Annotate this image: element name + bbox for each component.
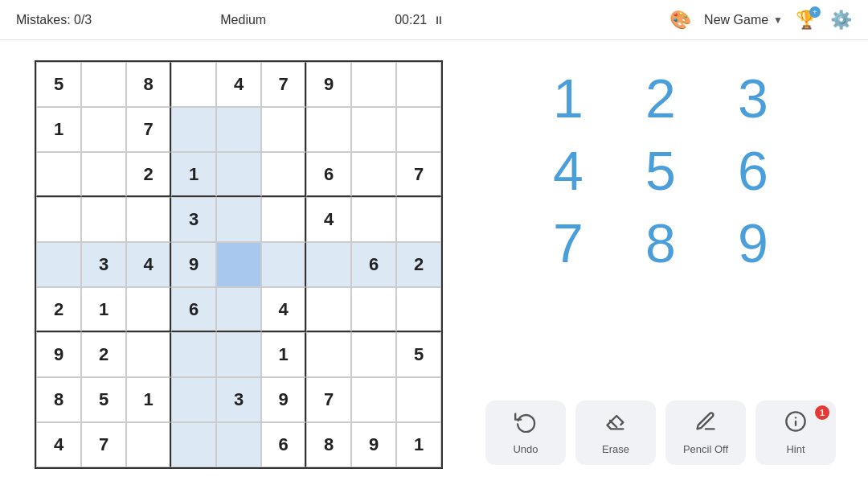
sudoku-cell[interactable] bbox=[351, 287, 396, 332]
sudoku-cell[interactable]: 7 bbox=[126, 107, 171, 152]
number-button-9[interactable]: 9 bbox=[709, 209, 797, 277]
hint-button[interactable]: 1 Hint bbox=[755, 401, 836, 465]
sudoku-cell[interactable] bbox=[81, 107, 126, 152]
sudoku-cell[interactable]: 5 bbox=[396, 332, 441, 377]
sudoku-cell[interactable]: 3 bbox=[171, 197, 216, 242]
sudoku-cell[interactable] bbox=[36, 152, 81, 197]
sudoku-cell[interactable] bbox=[171, 332, 216, 377]
sudoku-cell[interactable]: 1 bbox=[396, 422, 441, 467]
sudoku-cell[interactable] bbox=[351, 197, 396, 242]
sudoku-cell[interactable] bbox=[306, 107, 351, 152]
sudoku-cell[interactable] bbox=[351, 62, 396, 107]
settings-icon[interactable]: ⚙️ bbox=[830, 10, 852, 31]
sudoku-cell[interactable] bbox=[81, 152, 126, 197]
sudoku-cell[interactable] bbox=[126, 287, 171, 332]
sudoku-cell[interactable]: 9 bbox=[36, 332, 81, 377]
sudoku-cell[interactable] bbox=[306, 242, 351, 287]
sudoku-cell[interactable] bbox=[126, 422, 171, 467]
sudoku-cell[interactable]: 7 bbox=[306, 377, 351, 422]
sudoku-cell[interactable] bbox=[36, 242, 81, 287]
sudoku-cell[interactable]: 6 bbox=[171, 287, 216, 332]
sudoku-cell[interactable] bbox=[396, 62, 441, 107]
pause-icon[interactable]: ⏸ bbox=[433, 14, 444, 27]
sudoku-cell[interactable] bbox=[261, 242, 306, 287]
number-button-3[interactable]: 3 bbox=[709, 64, 797, 133]
sudoku-cell[interactable] bbox=[171, 422, 216, 467]
sudoku-cell[interactable] bbox=[216, 287, 261, 332]
pencil-button[interactable]: Pencil Off bbox=[665, 401, 746, 465]
sudoku-cell[interactable]: 1 bbox=[36, 107, 81, 152]
sudoku-cell[interactable] bbox=[306, 332, 351, 377]
sudoku-cell[interactable] bbox=[216, 422, 261, 467]
number-button-5[interactable]: 5 bbox=[616, 137, 705, 205]
sudoku-cell[interactable]: 4 bbox=[306, 197, 351, 242]
sudoku-cell[interactable]: 9 bbox=[306, 62, 351, 107]
number-button-6[interactable]: 6 bbox=[709, 137, 797, 205]
sudoku-cell[interactable]: 3 bbox=[216, 377, 261, 422]
sudoku-cell[interactable]: 4 bbox=[216, 62, 261, 107]
sudoku-cell[interactable] bbox=[396, 107, 441, 152]
sudoku-cell[interactable] bbox=[261, 152, 306, 197]
sudoku-cell[interactable] bbox=[351, 107, 396, 152]
sudoku-cell[interactable]: 6 bbox=[261, 422, 306, 467]
number-button-2[interactable]: 2 bbox=[616, 64, 705, 133]
sudoku-cell[interactable] bbox=[126, 332, 171, 377]
sudoku-cell[interactable] bbox=[81, 62, 126, 107]
sudoku-cell[interactable] bbox=[36, 197, 81, 242]
sudoku-cell[interactable] bbox=[171, 377, 216, 422]
sudoku-cell[interactable] bbox=[261, 197, 306, 242]
sudoku-cell[interactable]: 4 bbox=[261, 287, 306, 332]
erase-button[interactable]: Erase bbox=[575, 401, 656, 465]
sudoku-cell[interactable]: 9 bbox=[351, 422, 396, 467]
sudoku-cell[interactable]: 3 bbox=[81, 242, 126, 287]
sudoku-cell[interactable]: 5 bbox=[81, 377, 126, 422]
sudoku-cell[interactable]: 9 bbox=[261, 377, 306, 422]
sudoku-cell[interactable] bbox=[261, 107, 306, 152]
sudoku-cell[interactable]: 2 bbox=[81, 332, 126, 377]
sudoku-cell[interactable]: 5 bbox=[36, 62, 81, 107]
sudoku-cell[interactable]: 6 bbox=[306, 152, 351, 197]
sudoku-cell[interactable] bbox=[351, 332, 396, 377]
sudoku-cell[interactable]: 2 bbox=[126, 152, 171, 197]
sudoku-cell[interactable] bbox=[216, 332, 261, 377]
sudoku-cell[interactable] bbox=[171, 62, 216, 107]
sudoku-cell[interactable]: 2 bbox=[36, 287, 81, 332]
sudoku-cell[interactable] bbox=[216, 107, 261, 152]
sudoku-cell[interactable] bbox=[396, 197, 441, 242]
number-button-8[interactable]: 8 bbox=[616, 209, 705, 277]
sudoku-cell[interactable]: 7 bbox=[396, 152, 441, 197]
sudoku-cell[interactable]: 4 bbox=[36, 422, 81, 467]
sudoku-cell[interactable] bbox=[396, 287, 441, 332]
sudoku-cell[interactable]: 9 bbox=[171, 242, 216, 287]
sudoku-cell[interactable]: 7 bbox=[261, 62, 306, 107]
sudoku-cell[interactable]: 4 bbox=[126, 242, 171, 287]
hint-badge: 1 bbox=[815, 405, 829, 420]
sudoku-cell[interactable] bbox=[216, 197, 261, 242]
sudoku-cell[interactable]: 2 bbox=[396, 242, 441, 287]
new-game-button[interactable]: New Game ▼ bbox=[704, 13, 783, 27]
trophy-icon[interactable]: 🏆 + bbox=[796, 10, 817, 31]
sudoku-cell[interactable]: 8 bbox=[306, 422, 351, 467]
sudoku-cell[interactable]: 7 bbox=[81, 422, 126, 467]
sudoku-cell[interactable]: 6 bbox=[351, 242, 396, 287]
sudoku-cell[interactable] bbox=[216, 242, 261, 287]
sudoku-cell[interactable] bbox=[306, 287, 351, 332]
sudoku-cell[interactable]: 1 bbox=[81, 287, 126, 332]
sudoku-cell[interactable] bbox=[126, 197, 171, 242]
sudoku-cell[interactable] bbox=[351, 152, 396, 197]
sudoku-cell[interactable] bbox=[171, 107, 216, 152]
sudoku-cell[interactable]: 8 bbox=[36, 377, 81, 422]
sudoku-cell[interactable]: 1 bbox=[261, 332, 306, 377]
undo-button[interactable]: Undo bbox=[485, 401, 566, 465]
sudoku-cell[interactable]: 1 bbox=[171, 152, 216, 197]
number-button-1[interactable]: 1 bbox=[524, 64, 612, 133]
sudoku-cell[interactable] bbox=[216, 152, 261, 197]
sudoku-cell[interactable] bbox=[351, 377, 396, 422]
palette-icon[interactable]: 🎨 bbox=[669, 10, 691, 31]
sudoku-cell[interactable]: 1 bbox=[126, 377, 171, 422]
number-button-4[interactable]: 4 bbox=[524, 137, 612, 205]
number-button-7[interactable]: 7 bbox=[524, 209, 612, 277]
sudoku-cell[interactable] bbox=[81, 197, 126, 242]
sudoku-cell[interactable]: 8 bbox=[126, 62, 171, 107]
sudoku-cell[interactable] bbox=[396, 377, 441, 422]
